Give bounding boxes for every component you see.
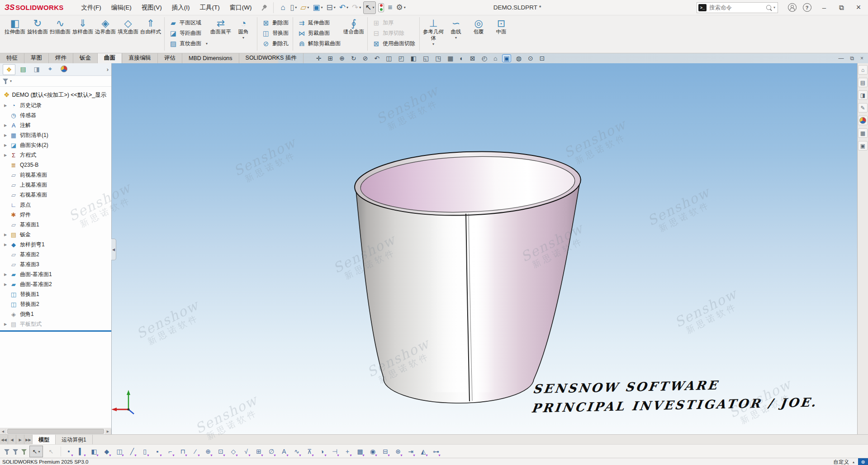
knit-surface-button[interactable]: ∮ 缝合曲面 (342, 15, 365, 53)
tree-item[interactable]: ∟ 原点 (0, 200, 111, 210)
tree-item[interactable]: ▶ ▤ 平板型式 (0, 319, 111, 329)
tree-item[interactable]: ◫ 替换面1 (0, 289, 111, 299)
sketch-tool-button[interactable]: ◑ ▼ (317, 446, 327, 457)
menu-item[interactable]: 编辑(E) (106, 0, 137, 15)
sketch-tool-button[interactable]: ▍ ▼ (76, 446, 87, 457)
expand-arrow-icon[interactable]: ▶ (2, 103, 9, 108)
sketch-tool-button[interactable]: + ▼ (342, 446, 353, 457)
ribbon-row-button[interactable]: ⊠ 删除面 (260, 18, 290, 28)
headsup-icon[interactable]: ◴ (481, 55, 488, 62)
headsup-icon[interactable]: ⊙ (527, 55, 534, 62)
menu-item[interactable]: 视图(V) (137, 0, 167, 15)
sketch-tool-button[interactable]: ▪ ▼ (152, 446, 163, 457)
ribbon-row-button[interactable]: ▨ 直纹曲面 ▾ (167, 38, 209, 49)
taskpane-tab-icon[interactable]: ✎ (858, 103, 868, 113)
filter-icon[interactable] (13, 449, 19, 455)
taskpane-tab-icon[interactable]: ▤ (858, 78, 868, 87)
chevron-down-icon[interactable]: ▾ (307, 5, 309, 9)
chevron-down-icon[interactable]: ▾ (10, 79, 12, 83)
chevron-down-icon[interactable]: ▾ (206, 42, 208, 46)
ribbon-large-button[interactable]: ◎ 包覆 (467, 15, 490, 53)
close-button[interactable]: × (852, 2, 865, 14)
expand-arrow-icon[interactable]: ▶ (2, 243, 9, 247)
ribbon-large-button[interactable]: ⊡ 中面 (490, 15, 512, 53)
tree-item[interactable]: ◫ 替换面2 (0, 299, 111, 309)
flatten-surface-button[interactable]: ⇄ 曲面展平 (209, 15, 232, 53)
globe-icon[interactable]: ⊕ (858, 458, 868, 465)
sketch-tool-button[interactable]: ◧ ▼ (89, 446, 100, 457)
tree-item[interactable]: ▶ ▦ 切割清单(1) (0, 130, 111, 140)
ribbon-large-button[interactable]: ◧ 拉伸曲面 (4, 15, 26, 53)
chevron-down-icon[interactable]: ▾ (242, 36, 244, 40)
sketch-tool-button[interactable]: ⊞ ▼ (253, 446, 264, 457)
user-account-icon[interactable] (788, 3, 797, 12)
menu-item[interactable]: 窗口(W) (225, 0, 257, 15)
headsup-icon[interactable]: ◰ (397, 55, 405, 62)
headsup-icon[interactable]: ↶ (373, 55, 380, 62)
ribbon-row-button[interactable]: ⊠ 使用曲面切除 (370, 38, 417, 49)
tree-item[interactable]: ▶ ▤ 钣金 (0, 230, 111, 240)
rebuild-button[interactable] (377, 2, 385, 14)
options-list-button[interactable]: ≡ (386, 2, 394, 14)
ribbon-row-button[interactable]: ▰ 平面区域 (167, 18, 209, 28)
tree-item[interactable]: ▶ ▰ 曲面-基准面1 (0, 269, 111, 279)
tree-item[interactable]: ≣ Q235-B (0, 160, 111, 170)
command-tab[interactable]: 曲面 (98, 53, 122, 63)
tree-item[interactable]: ▱ 基准面2 (0, 249, 111, 259)
sketch-tool-button[interactable]: ◫ ▼ (114, 446, 125, 457)
sketch-tool-button[interactable]: ◉ ▼ (367, 446, 378, 457)
ribbon-row-button[interactable]: ⇉ 延伸曲面 (295, 18, 342, 28)
ribbon-large-button[interactable]: ↻ 旋转曲面 (26, 15, 49, 53)
headsup-icon[interactable]: ▣ (503, 55, 510, 62)
headsup-icon[interactable]: ⊕ (338, 55, 346, 62)
fillet-button[interactable]: ◔ 圆角 ▾ (232, 15, 255, 53)
doc-window-button[interactable]: × (860, 55, 863, 61)
chevron-down-icon[interactable]: ▾ (359, 5, 361, 9)
command-tab[interactable]: 直接编辑 (122, 53, 158, 63)
headsup-icon[interactable]: ◧ (410, 55, 417, 62)
tab-nav-button[interactable]: ▶▶ (24, 435, 33, 445)
select-tool-button[interactable]: ↖ ▾ (363, 1, 376, 14)
headsup-icon[interactable]: ⌂ (493, 55, 498, 62)
sketch-tool-button[interactable]: ⌐ ▼ (165, 446, 175, 457)
sketch-tool-button[interactable]: ⊟ ▼ (380, 446, 391, 457)
menu-item[interactable]: 插入(I) (167, 0, 195, 15)
expand-arrow-icon[interactable]: ▶ (2, 272, 9, 277)
rollback-bar[interactable] (0, 330, 111, 332)
panel-horizontal-scrollbar[interactable]: ◀ ▶ (0, 428, 111, 434)
sketch-tool-button[interactable]: ⊡ ▼ (215, 446, 226, 457)
settings-button[interactable]: ⚙ ▾ (394, 2, 407, 14)
headsup-icon[interactable]: ⊞ (327, 55, 334, 62)
tree-root-item[interactable]: ❖ DEMO (默认<按加工>) <<默认>_显示 (0, 89, 111, 100)
sketch-tool-button[interactable]: ∕ ▼ (190, 446, 201, 457)
sketch-tool-button[interactable]: ⊶ ▼ (431, 446, 441, 457)
chevron-down-icon[interactable]: ▾ (295, 5, 297, 9)
expand-arrow-icon[interactable]: ▶ (2, 133, 9, 137)
tree-item[interactable]: ▱ 右视基准面 (0, 190, 111, 200)
headsup-icon[interactable]: ⊡ (539, 55, 546, 62)
chevron-down-icon[interactable]: ▾ (372, 5, 374, 9)
sketch-tool-button[interactable]: ╱ ▼ (127, 446, 138, 457)
expand-arrow-icon[interactable]: ▶ (2, 282, 9, 287)
chevron-down-icon[interactable]: ▾ (773, 5, 775, 9)
filter-funnel-icon[interactable] (3, 78, 9, 84)
scroll-right-arrow[interactable]: ▶ (105, 429, 111, 434)
model-tab[interactable]: 运动算例1 (56, 435, 93, 445)
taskpane-tab-icon[interactable]: ▣ (858, 141, 868, 150)
taskpane-tab-icon[interactable]: ▦ (858, 128, 868, 138)
expand-arrow-icon[interactable]: ▶ (2, 233, 9, 237)
headsup-icon[interactable]: ◳ (434, 55, 442, 62)
ribbon-row-button[interactable]: ⋈ 剪裁曲面 (295, 28, 342, 38)
taskpane-tab-icon[interactable] (858, 116, 868, 125)
headsup-icon[interactable]: ▦ (446, 55, 454, 62)
ribbon-large-button[interactable]: ◈ 边界曲面 (94, 15, 117, 53)
sketch-tool-button[interactable]: ◆ ▼ (101, 446, 112, 457)
tree-item[interactable]: ▶ ◪ 曲面实体(2) (0, 140, 111, 150)
tree-item[interactable]: ▱ 上视基准面 (0, 180, 111, 190)
command-tab[interactable]: SOLIDWORKS 插件 (239, 53, 304, 63)
expand-arrow-icon[interactable]: ▶ (2, 322, 9, 326)
chevron-down-icon[interactable]: ▾ (321, 5, 323, 9)
headsup-icon[interactable]: ✛ (315, 55, 323, 62)
ribbon-large-button[interactable]: ⇓ 放样曲面 (71, 15, 94, 53)
headsup-icon[interactable]: ◱ (422, 55, 430, 62)
